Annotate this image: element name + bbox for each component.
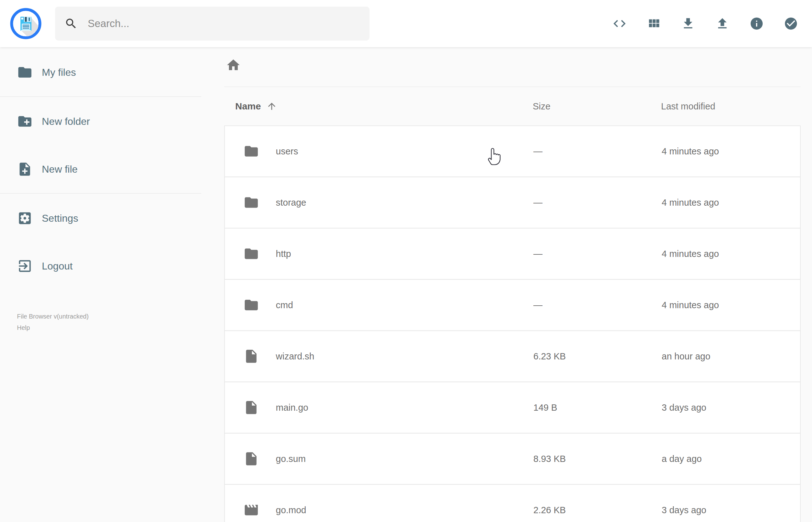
search-icon [64, 17, 78, 30]
movie-icon [243, 502, 259, 518]
download-icon [681, 16, 695, 31]
sidebar-divider [0, 96, 201, 97]
sidebar: My files New folder New file Sett [0, 47, 201, 522]
sidebar-item-my-files[interactable]: My files [0, 57, 201, 88]
file-listing-area: Name Size Last modified users — 4 minute… [201, 47, 812, 522]
folder-icon [17, 64, 33, 80]
sidebar-item-label: New file [42, 163, 78, 175]
sidebar-item-label: Settings [42, 213, 78, 224]
info-button[interactable] [749, 16, 764, 31]
folder-icon [243, 143, 259, 159]
file-icon [243, 400, 259, 416]
logout-icon [17, 258, 33, 274]
file-icon [243, 348, 259, 364]
search-input[interactable] [87, 17, 360, 30]
shell-button[interactable] [612, 16, 627, 31]
listing-header: Name Size Last modified [224, 87, 801, 125]
column-header-size[interactable]: Size [533, 101, 661, 112]
sidebar-item-label: My files [42, 67, 76, 78]
app-header [0, 0, 812, 47]
check-circle-icon [784, 16, 798, 31]
folder-icon [243, 195, 259, 210]
search-bar[interactable] [55, 6, 369, 41]
sidebar-footer: File Browser v(untracked) Help [17, 311, 201, 333]
upload-button[interactable] [715, 16, 730, 31]
home-icon [226, 58, 241, 73]
grid-view-icon [647, 16, 661, 31]
column-header-name[interactable]: Name [235, 101, 533, 112]
floppy-disk-logo [10, 8, 41, 39]
file-icon [243, 451, 259, 467]
file-row[interactable]: storage — 4 minutes ago [225, 176, 800, 228]
settings-icon [17, 210, 33, 226]
folder-icon [243, 246, 259, 262]
info-icon [749, 16, 764, 31]
file-row[interactable]: main.go 149 B 3 days ago [225, 381, 800, 433]
column-header-modified[interactable]: Last modified [661, 101, 801, 112]
file-row[interactable]: go.sum 8.93 KB a day ago [225, 433, 800, 484]
header-actions [612, 16, 798, 31]
app-version-text: File Browser v(untracked) [17, 313, 89, 320]
sidebar-item-label: Logout [42, 260, 73, 272]
app-logo[interactable] [10, 8, 41, 39]
sidebar-item-settings[interactable]: Settings [0, 202, 201, 234]
file-row[interactable]: http — 4 minutes ago [225, 228, 800, 279]
new-folder-icon [17, 114, 33, 129]
switch-view-button[interactable] [647, 16, 661, 31]
upload-icon [715, 16, 730, 31]
file-row[interactable]: users — 4 minutes ago [225, 126, 800, 176]
file-list: users — 4 minutes ago storage — 4 minute… [224, 125, 801, 522]
sidebar-item-label: New folder [42, 116, 90, 127]
file-row[interactable]: go.mod 2.26 KB 3 days ago [225, 484, 800, 522]
filebrowser-app: My files New folder New file Sett [0, 0, 812, 522]
new-file-icon [17, 161, 33, 177]
sidebar-divider [0, 193, 201, 194]
file-row[interactable]: wizard.sh 6.23 KB an hour ago [225, 330, 800, 381]
sidebar-item-new-file[interactable]: New file [0, 154, 201, 185]
home-button[interactable] [226, 58, 241, 73]
help-link[interactable]: Help [17, 322, 201, 333]
download-button[interactable] [681, 16, 695, 31]
folder-icon [243, 297, 259, 313]
select-multiple-button[interactable] [784, 16, 798, 31]
file-row[interactable]: cmd — 4 minutes ago [225, 279, 800, 330]
column-header-name-label: Name [235, 101, 261, 112]
sidebar-item-new-folder[interactable]: New folder [0, 106, 201, 137]
sidebar-item-logout[interactable]: Logout [0, 250, 201, 282]
sort-ascending-arrow-icon [266, 101, 277, 112]
breadcrumb [224, 47, 801, 73]
code-icon [612, 16, 627, 31]
